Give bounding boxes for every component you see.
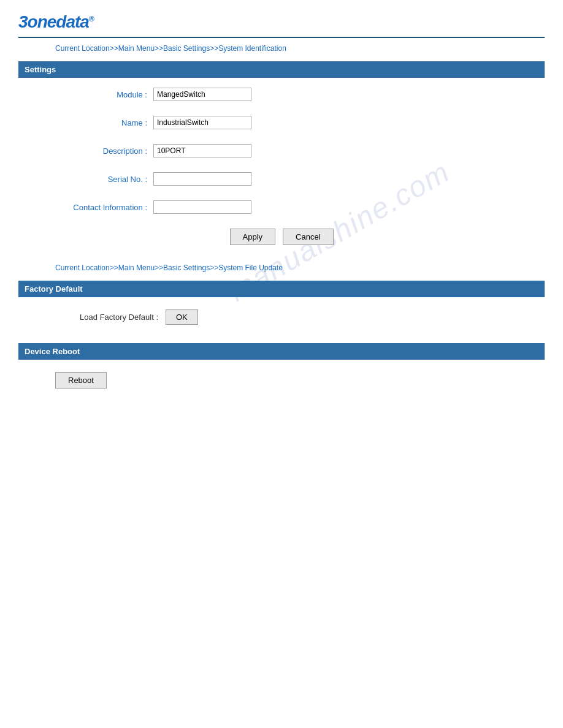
settings-header: Settings — [18, 61, 545, 78]
breadcrumb-file-update: Current Location>>Main Menu>>Basic Setti… — [55, 264, 545, 272]
ok-button[interactable]: OK — [166, 309, 198, 325]
factory-default-section: Current Location>>Main Menu>>Basic Setti… — [18, 264, 545, 325]
module-label: Module : — [55, 90, 153, 99]
name-row: Name : — [55, 116, 545, 129]
device-reboot-section: Device Reboot Reboot — [18, 343, 545, 389]
module-input[interactable] — [153, 88, 251, 101]
system-identification-section: Current Location>>Main Menu>>Basic Setti… — [18, 44, 545, 245]
description-row: Description : — [55, 144, 545, 157]
serial-label: Serial No. : — [55, 175, 153, 184]
description-input[interactable] — [153, 144, 251, 157]
cancel-button[interactable]: Cancel — [283, 229, 333, 245]
name-input[interactable] — [153, 116, 251, 129]
description-label: Description : — [55, 146, 153, 156]
logo-area: 3onedata® — [18, 12, 545, 38]
settings-panel: Module : Name : Description : Serial No.… — [18, 88, 545, 245]
factory-default-label: Load Factory Default : — [55, 313, 166, 322]
logo-text: 3onedata® — [18, 12, 94, 31]
contact-input[interactable] — [153, 200, 251, 214]
serial-input[interactable] — [153, 172, 251, 186]
factory-default-header: Factory Default — [18, 281, 545, 297]
factory-default-row: Load Factory Default : OK — [55, 309, 545, 325]
module-row: Module : — [55, 88, 545, 101]
action-buttons: Apply Cancel — [18, 229, 545, 245]
reboot-row: Reboot — [55, 372, 545, 389]
contact-row: Contact Information : — [55, 200, 545, 214]
name-label: Name : — [55, 118, 153, 127]
serial-row: Serial No. : — [55, 172, 545, 186]
breadcrumb-system-id: Current Location>>Main Menu>>Basic Setti… — [55, 44, 545, 53]
device-reboot-header: Device Reboot — [18, 343, 545, 360]
contact-label: Contact Information : — [55, 203, 153, 212]
apply-button[interactable]: Apply — [230, 229, 276, 245]
reboot-button[interactable]: Reboot — [55, 372, 107, 389]
